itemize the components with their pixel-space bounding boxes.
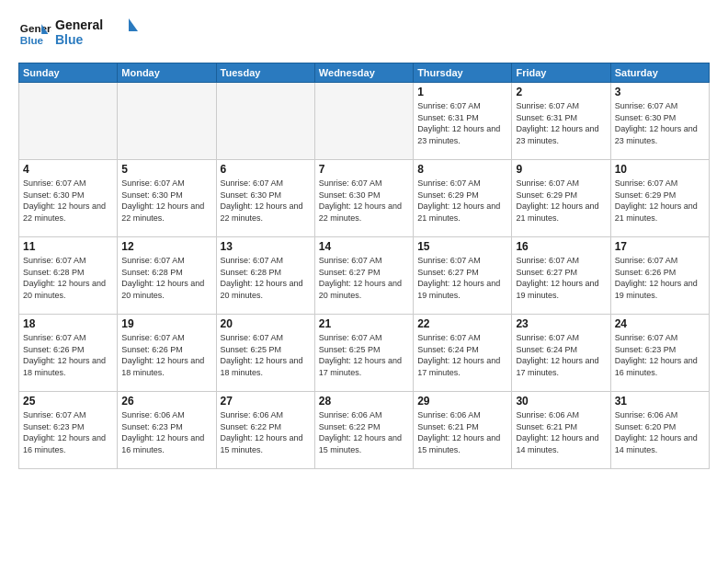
day-info: Sunrise: 6:07 AM Sunset: 6:28 PM Dayligh…: [221, 255, 311, 301]
day-number: 26: [121, 395, 211, 408]
day-info: Sunrise: 6:07 AM Sunset: 6:30 PM Dayligh…: [23, 178, 113, 224]
day-number: 8: [417, 163, 507, 176]
day-info: Sunrise: 6:07 AM Sunset: 6:29 PM Dayligh…: [516, 178, 606, 224]
day-number: 10: [615, 163, 705, 176]
calendar-cell: 27Sunrise: 6:06 AM Sunset: 6:22 PM Dayli…: [216, 392, 314, 469]
day-number: 28: [319, 395, 409, 408]
calendar-cell: 18Sunrise: 6:07 AM Sunset: 6:26 PM Dayli…: [19, 315, 118, 392]
day-number: 20: [221, 317, 311, 330]
day-info: Sunrise: 6:07 AM Sunset: 6:26 PM Dayligh…: [23, 332, 113, 378]
weekday-header-sunday: Sunday: [19, 63, 118, 83]
day-info: Sunrise: 6:07 AM Sunset: 6:31 PM Dayligh…: [417, 100, 507, 146]
day-number: 16: [516, 240, 606, 253]
day-number: 1: [417, 86, 507, 98]
svg-text:Blue: Blue: [20, 34, 44, 46]
calendar-week-5: 25Sunrise: 6:07 AM Sunset: 6:23 PM Dayli…: [19, 392, 710, 469]
calendar-week-2: 4Sunrise: 6:07 AM Sunset: 6:30 PM Daylig…: [19, 160, 710, 237]
weekday-header-saturday: Saturday: [610, 63, 709, 83]
weekday-header-row: SundayMondayTuesdayWednesdayThursdayFrid…: [19, 63, 710, 83]
logo: General Blue General Blue: [18, 15, 138, 53]
calendar-cell: 9Sunrise: 6:07 AM Sunset: 6:29 PM Daylig…: [512, 160, 610, 237]
day-info: Sunrise: 6:07 AM Sunset: 6:23 PM Dayligh…: [23, 409, 113, 455]
day-info: Sunrise: 6:07 AM Sunset: 6:27 PM Dayligh…: [319, 255, 409, 301]
day-number: 25: [23, 395, 113, 408]
calendar-week-3: 11Sunrise: 6:07 AM Sunset: 6:28 PM Dayli…: [19, 237, 710, 315]
calendar-cell: 22Sunrise: 6:07 AM Sunset: 6:24 PM Dayli…: [414, 315, 512, 392]
svg-text:Blue: Blue: [55, 32, 84, 47]
day-number: 3: [615, 86, 705, 98]
day-info: Sunrise: 6:07 AM Sunset: 6:28 PM Dayligh…: [121, 255, 211, 301]
calendar-cell: [314, 83, 413, 160]
day-number: 15: [417, 240, 507, 253]
day-number: 22: [417, 317, 507, 330]
calendar-cell: 30Sunrise: 6:06 AM Sunset: 6:21 PM Dayli…: [512, 392, 610, 469]
weekday-header-tuesday: Tuesday: [216, 63, 314, 83]
day-number: 13: [221, 240, 311, 253]
calendar-cell: 25Sunrise: 6:07 AM Sunset: 6:23 PM Dayli…: [19, 392, 118, 469]
day-number: 19: [121, 317, 211, 330]
day-number: 23: [516, 317, 606, 330]
day-info: Sunrise: 6:07 AM Sunset: 6:30 PM Dayligh…: [121, 178, 211, 224]
day-number: 4: [23, 163, 113, 176]
day-number: 21: [319, 317, 409, 330]
day-number: 18: [23, 317, 113, 330]
calendar-table: SundayMondayTuesdayWednesdayThursdayFrid…: [18, 63, 710, 469]
day-number: 29: [417, 395, 507, 408]
calendar-cell: 7Sunrise: 6:07 AM Sunset: 6:30 PM Daylig…: [314, 160, 413, 237]
calendar-cell: [19, 83, 118, 160]
calendar-cell: 14Sunrise: 6:07 AM Sunset: 6:27 PM Dayli…: [314, 237, 413, 315]
day-info: Sunrise: 6:07 AM Sunset: 6:23 PM Dayligh…: [615, 332, 705, 378]
calendar-cell: 6Sunrise: 6:07 AM Sunset: 6:30 PM Daylig…: [216, 160, 314, 237]
day-number: 31: [615, 395, 705, 408]
svg-marker-5: [129, 18, 138, 31]
day-info: Sunrise: 6:07 AM Sunset: 6:27 PM Dayligh…: [516, 255, 606, 301]
day-number: 5: [121, 163, 211, 176]
calendar-cell: 12Sunrise: 6:07 AM Sunset: 6:28 PM Dayli…: [118, 237, 216, 315]
day-number: 7: [319, 163, 409, 176]
calendar-cell: 31Sunrise: 6:06 AM Sunset: 6:20 PM Dayli…: [610, 392, 709, 469]
calendar-cell: 23Sunrise: 6:07 AM Sunset: 6:24 PM Dayli…: [512, 315, 610, 392]
calendar-cell: 26Sunrise: 6:06 AM Sunset: 6:23 PM Dayli…: [118, 392, 216, 469]
svg-text:General: General: [55, 17, 103, 32]
day-info: Sunrise: 6:06 AM Sunset: 6:23 PM Dayligh…: [121, 409, 211, 455]
calendar-week-4: 18Sunrise: 6:07 AM Sunset: 6:26 PM Dayli…: [19, 315, 710, 392]
calendar-cell: 5Sunrise: 6:07 AM Sunset: 6:30 PM Daylig…: [118, 160, 216, 237]
logo-text: General Blue: [55, 15, 138, 53]
calendar-cell: 17Sunrise: 6:07 AM Sunset: 6:26 PM Dayli…: [610, 237, 709, 315]
day-number: 14: [319, 240, 409, 253]
calendar-cell: [118, 83, 216, 160]
header: General Blue General Blue: [18, 15, 710, 53]
day-info: Sunrise: 6:06 AM Sunset: 6:21 PM Dayligh…: [516, 409, 606, 455]
day-info: Sunrise: 6:07 AM Sunset: 6:29 PM Dayligh…: [417, 178, 507, 224]
calendar-cell: 10Sunrise: 6:07 AM Sunset: 6:29 PM Dayli…: [610, 160, 709, 237]
calendar-cell: 13Sunrise: 6:07 AM Sunset: 6:28 PM Dayli…: [216, 237, 314, 315]
calendar-cell: 28Sunrise: 6:06 AM Sunset: 6:22 PM Dayli…: [314, 392, 413, 469]
calendar-cell: 21Sunrise: 6:07 AM Sunset: 6:25 PM Dayli…: [314, 315, 413, 392]
day-info: Sunrise: 6:07 AM Sunset: 6:30 PM Dayligh…: [615, 100, 705, 146]
calendar-cell: 24Sunrise: 6:07 AM Sunset: 6:23 PM Dayli…: [610, 315, 709, 392]
calendar-cell: 2Sunrise: 6:07 AM Sunset: 6:31 PM Daylig…: [512, 83, 610, 160]
calendar-cell: 16Sunrise: 6:07 AM Sunset: 6:27 PM Dayli…: [512, 237, 610, 315]
calendar-week-1: 1Sunrise: 6:07 AM Sunset: 6:31 PM Daylig…: [19, 83, 710, 160]
day-info: Sunrise: 6:06 AM Sunset: 6:22 PM Dayligh…: [221, 409, 311, 455]
calendar-cell: [216, 83, 314, 160]
day-number: 12: [121, 240, 211, 253]
day-info: Sunrise: 6:07 AM Sunset: 6:25 PM Dayligh…: [221, 332, 311, 378]
calendar-cell: 8Sunrise: 6:07 AM Sunset: 6:29 PM Daylig…: [414, 160, 512, 237]
day-number: 11: [23, 240, 113, 253]
day-info: Sunrise: 6:06 AM Sunset: 6:22 PM Dayligh…: [319, 409, 409, 455]
day-info: Sunrise: 6:07 AM Sunset: 6:24 PM Dayligh…: [516, 332, 606, 378]
day-info: Sunrise: 6:07 AM Sunset: 6:28 PM Dayligh…: [23, 255, 113, 301]
day-info: Sunrise: 6:06 AM Sunset: 6:20 PM Dayligh…: [615, 409, 705, 455]
calendar-cell: 20Sunrise: 6:07 AM Sunset: 6:25 PM Dayli…: [216, 315, 314, 392]
day-info: Sunrise: 6:06 AM Sunset: 6:21 PM Dayligh…: [417, 409, 507, 455]
day-info: Sunrise: 6:07 AM Sunset: 6:26 PM Dayligh…: [615, 255, 705, 301]
day-info: Sunrise: 6:07 AM Sunset: 6:30 PM Dayligh…: [221, 178, 311, 224]
calendar-cell: 19Sunrise: 6:07 AM Sunset: 6:26 PM Dayli…: [118, 315, 216, 392]
page: General Blue General Blue SundayMondayTu…: [0, 0, 728, 563]
weekday-header-monday: Monday: [118, 63, 216, 83]
logo-icon: General Blue: [18, 17, 51, 51]
calendar-cell: 11Sunrise: 6:07 AM Sunset: 6:28 PM Dayli…: [19, 237, 118, 315]
day-info: Sunrise: 6:07 AM Sunset: 6:27 PM Dayligh…: [417, 255, 507, 301]
day-number: 24: [615, 317, 705, 330]
